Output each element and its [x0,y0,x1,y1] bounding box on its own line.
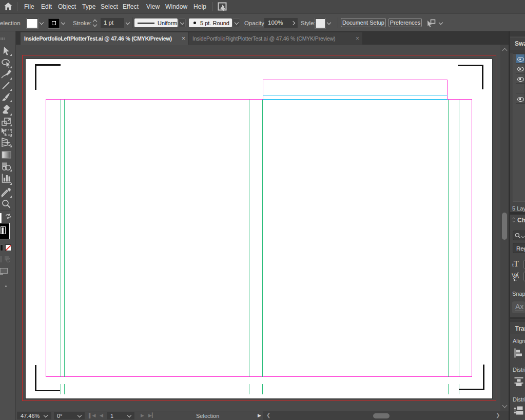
toolbar-separator [0,211,11,211]
scroll-up-icon[interactable] [502,47,507,52]
font-style-select[interactable]: Regu [513,243,525,253]
style-swatch[interactable] [316,19,325,28]
none-button[interactable] [5,244,12,252]
edit-toolbar-dot-icon[interactable] [5,285,7,287]
opacity-label[interactable]: Opacity: [244,20,266,27]
menu-object[interactable]: Object [58,3,76,10]
fill-color-swatch[interactable] [27,19,37,28]
document-tab-title: InsidePortfolioLeftPlotterTest.ai @ 47.4… [24,35,172,42]
stroke-proxy-swatch[interactable] [0,223,10,239]
close-tab-icon[interactable]: × [182,35,185,42]
context-label: election [0,20,21,26]
layers-list [513,53,525,202]
first-artboard-icon[interactable]: ▌◀ [89,413,95,418]
vertical-scrollbar[interactable] [500,45,509,411]
tool-flyout-icon [10,66,12,68]
layer-visibility-eye-icon[interactable] [517,67,524,71]
color-button[interactable] [0,244,3,252]
swap-fill-stroke-icon[interactable] [5,214,12,219]
tab-layers-panel[interactable]: Swat [510,37,525,50]
menu-view[interactable]: View [146,3,160,10]
close-tab-icon[interactable]: × [356,35,359,42]
zoom-tool[interactable] [1,199,12,209]
canvas-pasteboard[interactable] [17,45,500,411]
scroll-right-icon[interactable]: ❯ [496,412,500,418]
document-setup-button[interactable]: Document Setup [341,18,386,27]
stroke-weight-field[interactable]: 1 pt [101,18,124,28]
last-artboard-icon[interactable]: ▶▎ [148,413,155,418]
menu-type[interactable]: Type [82,3,95,10]
document-tab-left[interactable]: InsidePortfolioLeftPlotterTest.ai @ 47.4… [21,32,188,45]
stroke-color-swatch[interactable] [49,19,59,28]
kerning-field[interactable] [523,272,525,281]
width-profile-value: Uniform [158,20,178,26]
isolate-selection-icon[interactable] [426,19,436,28]
arrange-documents-icon[interactable] [218,2,228,12]
column-graph-tool[interactable] [1,173,12,183]
stroke-weight-down-icon[interactable] [93,23,97,27]
style-label: Style: [301,20,316,26]
rotation-field[interactable]: 0° [54,412,85,419]
align-left-icon[interactable] [514,348,522,358]
brush-value: 5 pt. Round [200,20,229,26]
tool-flyout-icon [10,183,12,185]
artboard-number-value: 1 [110,413,113,419]
status-flyout-icon[interactable]: ▶ [258,413,261,418]
gradient-tool[interactable] [1,150,12,160]
tool-flyout-icon [10,78,12,80]
brush-chevron-button[interactable] [232,18,240,27]
width-profile-chevron-button[interactable] [178,18,186,27]
artboard-number-field[interactable]: 1 [107,412,134,419]
layer-visibility-eye-icon[interactable] [517,97,524,102]
draw-normal-button[interactable] [0,256,2,262]
menu-file[interactable]: File [24,3,34,10]
tab-character-panel[interactable]: Cha [517,217,525,224]
style-chevron-icon[interactable] [327,21,331,25]
menu-bar: File Edit Object Type Select Effect View… [0,0,525,13]
next-artboard-icon[interactable]: ▶ [141,413,144,418]
stroke-label[interactable]: Stroke: [73,20,91,27]
tab-transform-panel[interactable]: Tran [515,325,525,332]
screen-mode-button[interactable] [0,268,8,274]
stroke-weight-chevron-icon[interactable] [126,21,130,25]
vertical-scroll-thumb[interactable] [502,213,507,240]
toolbar-grip[interactable] [1,37,6,41]
stroke-weight-up-icon[interactable] [93,18,97,22]
menu-help[interactable]: Help [193,3,206,10]
zoom-level-field[interactable]: 47.46% [17,412,51,419]
brush-preview-dot [193,22,196,24]
menu-edit[interactable]: Edit [41,3,52,10]
distribute-spacing-icon[interactable] [514,406,523,415]
search-icon [515,233,521,239]
font-size-field[interactable] [523,260,525,269]
layer-visibility-eye-icon[interactable] [517,57,524,62]
scroll-down-icon[interactable] [502,404,507,408]
distribute-center-icon[interactable] [514,377,523,386]
glyph-snap-button[interactable]: Ax [512,301,525,313]
preferences-button[interactable]: Preferences [388,18,422,27]
opacity-field[interactable]: 100% [264,18,298,28]
home-icon[interactable] [4,2,13,11]
isolate-chevron-icon[interactable] [439,21,443,25]
menu-window[interactable]: Window [165,3,187,10]
draw-behind-button[interactable] [5,256,11,263]
menu-select[interactable]: Select [101,3,118,10]
zoom-chevron-icon[interactable] [44,414,48,417]
opacity-arrow-icon[interactable] [291,21,295,25]
brush-combo[interactable]: 5 pt. Round [189,18,232,27]
prev-artboard-icon[interactable]: ◀ [100,413,103,418]
width-profile-combo[interactable]: Uniform [134,18,178,27]
illustrator-window: File Edit Object Type Select Effect View… [0,0,525,420]
stroke-dropdown-chevron-icon[interactable] [62,21,65,25]
scroll-left-icon[interactable]: ❮ [266,412,270,418]
menu-effect[interactable]: Effect [123,3,139,10]
panel-collapse-icon[interactable] [512,217,516,222]
artboard-chevron-icon[interactable] [128,414,131,417]
rotation-chevron-icon[interactable] [78,414,82,417]
layers-column-divider [524,54,524,104]
layer-visibility-eye-icon[interactable] [517,77,524,82]
fill-dropdown-chevron-icon[interactable] [40,21,44,25]
document-tab-right[interactable]: InsidePortfolioRightPlotterTest.ai @ 47.… [189,32,362,45]
font-search-field[interactable] [513,231,525,240]
horizontal-scroll-thumb[interactable] [373,413,390,418]
